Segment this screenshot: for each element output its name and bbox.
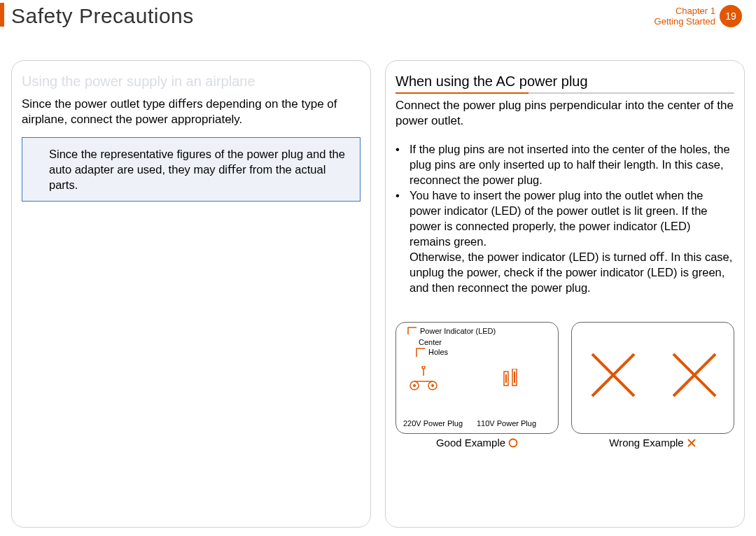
page-header: Safety Precautions Chapter 1 Getting Sta… (11, 0, 742, 31)
svg-point-1 (422, 366, 425, 369)
intro-ac: Connect the power plug pins perpendicula… (396, 98, 734, 129)
header-spine (0, 3, 4, 27)
figure-captions: Good Example Wrong Example (396, 437, 734, 449)
svg-point-4 (413, 384, 416, 387)
holes-pointer-icon (416, 348, 426, 358)
chapter-line-1: Chapter 1 (654, 6, 715, 16)
legend-center: Center (419, 338, 442, 346)
page-title: Safety Precautions (11, 4, 194, 28)
bullet-2: • You have to insert the power plug into… (396, 188, 734, 295)
plug-220v-icon (406, 366, 441, 394)
heading-rule (396, 92, 734, 94)
chapter-line-2: Getting Started (654, 16, 715, 27)
page-number-badge: 19 (720, 5, 742, 27)
legend-led: Power Indicator (LED) (420, 327, 496, 335)
svg-point-11 (510, 439, 517, 446)
chapter-text: Chapter 1 Getting Started (654, 6, 715, 27)
bullet-2-text: You have to insert the power plug into t… (410, 188, 734, 295)
figure-wrong-example (571, 322, 734, 434)
bullet-dot-icon: • (396, 141, 404, 188)
legend-holes: Holes (428, 348, 448, 356)
caption-wrong: Wrong Example (571, 437, 734, 449)
circle-ok-icon (508, 438, 518, 448)
intro-airplane: Since the power outlet type diﬀers depen… (22, 97, 360, 127)
plug-110v-icon (501, 369, 522, 393)
card-ac-plug: When using the AC power plug Connect the… (385, 60, 745, 528)
heading-ac-plug: When using the AC power plug (396, 73, 734, 90)
note-box: Since the representative ﬁgures of the p… (22, 137, 360, 202)
svg-point-6 (431, 384, 434, 387)
svg-rect-8 (505, 374, 507, 383)
led-pointer-icon (407, 327, 417, 335)
caption-wrong-text: Wrong Example (609, 437, 683, 449)
figure-bottom-labels: 220V Power Plug 110V Power Plug (403, 419, 536, 428)
bullet-2b: Otherwise, the power indicator (LED) is … (410, 251, 732, 294)
bullet-1-text: If the plug pins are not inserted into t… (410, 141, 734, 188)
cross-icon (670, 351, 719, 402)
bullet-2a: You have to insert the power plug into t… (410, 189, 708, 248)
bullet-1: • If the plug pins are not inserted into… (396, 141, 734, 188)
card-airplane-power: Using the power supply in an airplane Si… (11, 60, 371, 528)
bullet-dot-icon: • (396, 188, 404, 295)
svg-rect-10 (514, 372, 515, 383)
chapter-block: Chapter 1 Getting Started 19 (654, 5, 742, 27)
label-110v: 110V Power Plug (477, 419, 536, 428)
content-columns: Using the power supply in an airplane Si… (11, 60, 745, 528)
heading-airplane: Using the power supply in an airplane (22, 73, 360, 90)
caption-good-text: Good Example (436, 437, 505, 449)
bullet-list: • If the plug pins are not inserted into… (396, 141, 734, 295)
label-220v: 220V Power Plug (403, 419, 463, 428)
caption-good: Good Example (396, 437, 559, 449)
figure-row: Power Indicator (LED) Center Holes (396, 322, 734, 434)
cross-small-icon (687, 438, 696, 448)
cross-icon (589, 351, 638, 402)
figure-good-example: Power Indicator (LED) Center Holes (396, 322, 559, 434)
